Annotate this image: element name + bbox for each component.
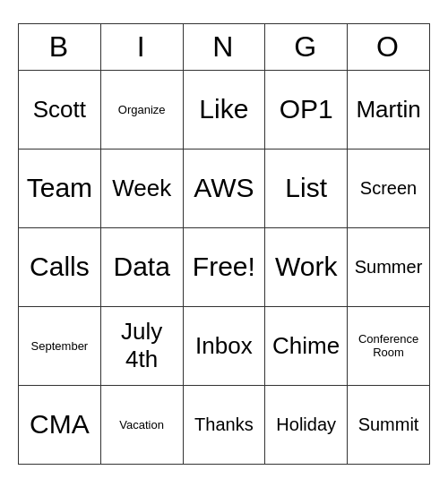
bingo-cell: Summer (348, 227, 430, 306)
bingo-cell: Work (265, 227, 348, 306)
bingo-cell: List (265, 149, 348, 227)
bingo-cell: Week (100, 149, 183, 227)
bingo-cell: Like (183, 70, 265, 149)
bingo-row: CMAVacationThanksHolidaySummit (19, 385, 430, 464)
bingo-cell: ConferenceRoom (348, 306, 430, 385)
bingo-row: TeamWeekAWSListScreen (19, 149, 430, 227)
bingo-cell: Organize (100, 70, 183, 149)
bingo-row: CallsDataFree!WorkSummer (19, 227, 430, 306)
bingo-cell: Martin (348, 70, 430, 149)
bingo-cell: Inbox (183, 306, 265, 385)
bingo-cell: Scott (19, 70, 101, 149)
bingo-cell: Summit (348, 385, 430, 464)
bingo-cell: Free! (183, 227, 265, 306)
bingo-cell: Data (100, 227, 183, 306)
bingo-header-cell: O (348, 23, 430, 70)
bingo-cell: Chime (265, 306, 348, 385)
bingo-cell: July4th (100, 306, 183, 385)
bingo-cell: CMA (19, 385, 101, 464)
bingo-cell: AWS (183, 149, 265, 227)
bingo-header-cell: N (183, 23, 265, 70)
bingo-header-cell: G (265, 23, 348, 70)
bingo-row: SeptemberJuly4thInboxChimeConferenceRoom (19, 306, 430, 385)
bingo-cell: Calls (19, 227, 101, 306)
bingo-header-cell: I (100, 23, 183, 70)
bingo-cell: September (19, 306, 101, 385)
bingo-header-cell: B (19, 23, 101, 70)
bingo-body: ScottOrganizeLikeOP1MartinTeamWeekAWSLis… (19, 70, 430, 464)
bingo-cell: Thanks (183, 385, 265, 464)
bingo-cell: Vacation (100, 385, 183, 464)
bingo-header-row: BINGO (19, 23, 430, 70)
bingo-card: BINGO ScottOrganizeLikeOP1MartinTeamWeek… (18, 23, 430, 465)
bingo-cell: Screen (348, 149, 430, 227)
bingo-cell: OP1 (265, 70, 348, 149)
bingo-cell: Team (19, 149, 101, 227)
bingo-row: ScottOrganizeLikeOP1Martin (19, 70, 430, 149)
bingo-cell: Holiday (265, 385, 348, 464)
